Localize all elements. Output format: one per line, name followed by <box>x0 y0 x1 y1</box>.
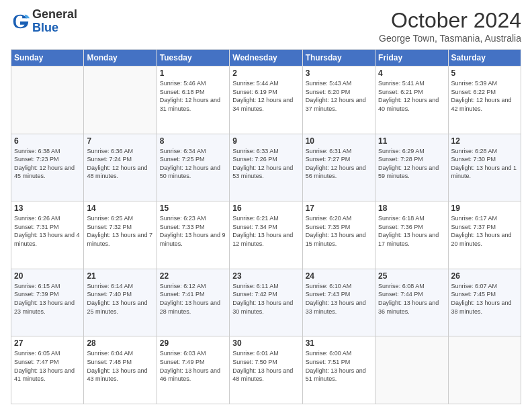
calendar-cell: 29Sunrise: 6:03 AMSunset: 7:49 PMDayligh… <box>157 336 229 404</box>
calendar-cell: 3Sunrise: 5:43 AMSunset: 6:20 PMDaylight… <box>302 66 375 134</box>
day-number: 8 <box>160 136 226 146</box>
month-title: October 2024 <box>379 8 521 33</box>
day-number: 16 <box>232 203 299 213</box>
logo-general-text: General <box>32 7 77 21</box>
day-info: Sunrise: 6:36 AMSunset: 7:24 PMDaylight:… <box>87 147 153 181</box>
calendar-cell: 2Sunrise: 5:44 AMSunset: 6:19 PMDaylight… <box>230 66 302 134</box>
logo-blue-text: Blue <box>32 21 58 34</box>
calendar-cell: 4Sunrise: 5:41 AMSunset: 6:21 PMDaylight… <box>375 66 448 134</box>
calendar-cell: 11Sunrise: 6:29 AMSunset: 7:28 PMDayligh… <box>375 134 448 201</box>
day-info: Sunrise: 6:28 AMSunset: 7:30 PMDaylight:… <box>451 147 518 181</box>
weekday-header-wednesday: Wednesday <box>230 50 302 66</box>
day-number: 24 <box>306 271 372 281</box>
calendar-cell: 30Sunrise: 6:01 AMSunset: 7:50 PMDayligh… <box>230 336 302 404</box>
day-info: Sunrise: 5:41 AMSunset: 6:21 PMDaylight:… <box>378 79 445 113</box>
day-number: 21 <box>87 271 153 281</box>
day-number: 31 <box>306 338 372 348</box>
calendar-cell: 8Sunrise: 6:34 AMSunset: 7:25 PMDaylight… <box>157 134 229 201</box>
day-info: Sunrise: 6:34 AMSunset: 7:25 PMDaylight:… <box>160 147 226 181</box>
day-info: Sunrise: 6:01 AMSunset: 7:50 PMDaylight:… <box>232 349 299 383</box>
calendar-cell: 21Sunrise: 6:14 AMSunset: 7:40 PMDayligh… <box>84 269 157 336</box>
calendar-cell: 14Sunrise: 6:25 AMSunset: 7:32 PMDayligh… <box>84 201 157 269</box>
day-number: 12 <box>451 136 518 146</box>
day-info: Sunrise: 5:39 AMSunset: 6:22 PMDaylight:… <box>451 79 518 113</box>
day-number: 28 <box>87 338 153 348</box>
location-title: George Town, Tasmania, Australia <box>379 33 521 44</box>
logo: General Blue <box>11 8 77 35</box>
day-info: Sunrise: 6:26 AMSunset: 7:31 PMDaylight:… <box>14 214 81 248</box>
day-number: 25 <box>378 271 445 281</box>
weekday-header-saturday: Saturday <box>448 50 521 66</box>
day-info: Sunrise: 6:08 AMSunset: 7:44 PMDaylight:… <box>378 282 445 316</box>
day-number: 20 <box>14 271 81 281</box>
calendar-cell: 18Sunrise: 6:18 AMSunset: 7:36 PMDayligh… <box>375 201 448 269</box>
day-info: Sunrise: 5:44 AMSunset: 6:19 PMDaylight:… <box>232 79 299 113</box>
page-header: General Blue October 2024 George Town, T… <box>11 8 521 44</box>
day-number: 29 <box>160 338 226 348</box>
calendar-cell: 17Sunrise: 6:20 AMSunset: 7:35 PMDayligh… <box>302 201 375 269</box>
day-number: 9 <box>232 136 299 146</box>
day-info: Sunrise: 5:46 AMSunset: 6:18 PMDaylight:… <box>160 79 226 113</box>
calendar-cell <box>11 66 84 134</box>
day-info: Sunrise: 6:04 AMSunset: 7:48 PMDaylight:… <box>87 349 153 383</box>
calendar-cell: 7Sunrise: 6:36 AMSunset: 7:24 PMDaylight… <box>84 134 157 201</box>
day-info: Sunrise: 6:21 AMSunset: 7:34 PMDaylight:… <box>232 214 299 248</box>
day-info: Sunrise: 6:17 AMSunset: 7:37 PMDaylight:… <box>451 214 518 248</box>
calendar-cell <box>375 336 448 404</box>
calendar-cell: 26Sunrise: 6:07 AMSunset: 7:45 PMDayligh… <box>448 269 521 336</box>
calendar-cell: 15Sunrise: 6:23 AMSunset: 7:33 PMDayligh… <box>157 201 229 269</box>
day-number: 13 <box>14 203 81 213</box>
calendar-cell: 31Sunrise: 6:00 AMSunset: 7:51 PMDayligh… <box>302 336 375 404</box>
day-info: Sunrise: 6:18 AMSunset: 7:36 PMDaylight:… <box>378 214 445 248</box>
day-number: 2 <box>232 68 299 78</box>
calendar-cell: 19Sunrise: 6:17 AMSunset: 7:37 PMDayligh… <box>448 201 521 269</box>
calendar-cell: 20Sunrise: 6:15 AMSunset: 7:39 PMDayligh… <box>11 269 84 336</box>
calendar-cell: 27Sunrise: 6:05 AMSunset: 7:47 PMDayligh… <box>11 336 84 404</box>
calendar-cell: 28Sunrise: 6:04 AMSunset: 7:48 PMDayligh… <box>84 336 157 404</box>
weekday-header-thursday: Thursday <box>302 50 375 66</box>
logo-icon <box>11 12 30 31</box>
calendar-cell: 1Sunrise: 5:46 AMSunset: 6:18 PMDaylight… <box>157 66 229 134</box>
day-number: 11 <box>378 136 445 146</box>
day-info: Sunrise: 6:00 AMSunset: 7:51 PMDaylight:… <box>306 349 372 383</box>
day-number: 23 <box>232 271 299 281</box>
day-number: 19 <box>451 203 518 213</box>
day-number: 18 <box>378 203 445 213</box>
day-number: 22 <box>160 271 226 281</box>
weekday-header-tuesday: Tuesday <box>157 50 229 66</box>
day-info: Sunrise: 6:33 AMSunset: 7:26 PMDaylight:… <box>232 147 299 181</box>
day-info: Sunrise: 6:14 AMSunset: 7:40 PMDaylight:… <box>87 282 153 316</box>
calendar-cell: 16Sunrise: 6:21 AMSunset: 7:34 PMDayligh… <box>230 201 302 269</box>
day-info: Sunrise: 6:05 AMSunset: 7:47 PMDaylight:… <box>14 349 81 383</box>
calendar-cell: 5Sunrise: 5:39 AMSunset: 6:22 PMDaylight… <box>448 66 521 134</box>
calendar-cell: 10Sunrise: 6:31 AMSunset: 7:27 PMDayligh… <box>302 134 375 201</box>
calendar-cell: 9Sunrise: 6:33 AMSunset: 7:26 PMDaylight… <box>230 134 302 201</box>
day-number: 17 <box>306 203 372 213</box>
calendar-cell: 13Sunrise: 6:26 AMSunset: 7:31 PMDayligh… <box>11 201 84 269</box>
day-info: Sunrise: 6:07 AMSunset: 7:45 PMDaylight:… <box>451 282 518 316</box>
calendar-cell: 22Sunrise: 6:12 AMSunset: 7:41 PMDayligh… <box>157 269 229 336</box>
day-number: 26 <box>451 271 518 281</box>
calendar-cell: 23Sunrise: 6:11 AMSunset: 7:42 PMDayligh… <box>230 269 302 336</box>
weekday-header-monday: Monday <box>84 50 157 66</box>
day-info: Sunrise: 6:29 AMSunset: 7:28 PMDaylight:… <box>378 147 445 181</box>
day-number: 3 <box>306 68 372 78</box>
calendar-cell <box>84 66 157 134</box>
calendar-cell <box>448 336 521 404</box>
day-info: Sunrise: 5:43 AMSunset: 6:20 PMDaylight:… <box>306 79 372 113</box>
day-info: Sunrise: 6:12 AMSunset: 7:41 PMDaylight:… <box>160 282 226 316</box>
day-info: Sunrise: 6:23 AMSunset: 7:33 PMDaylight:… <box>160 214 226 248</box>
day-info: Sunrise: 6:11 AMSunset: 7:42 PMDaylight:… <box>232 282 299 316</box>
day-number: 27 <box>14 338 81 348</box>
day-number: 6 <box>14 136 81 146</box>
day-number: 7 <box>87 136 153 146</box>
title-block: October 2024 George Town, Tasmania, Aust… <box>379 8 521 44</box>
day-number: 5 <box>451 68 518 78</box>
day-number: 14 <box>87 203 153 213</box>
calendar-table: SundayMondayTuesdayWednesdayThursdayFrid… <box>11 49 521 404</box>
weekday-header-friday: Friday <box>375 50 448 66</box>
calendar-cell: 6Sunrise: 6:38 AMSunset: 7:23 PMDaylight… <box>11 134 84 201</box>
day-info: Sunrise: 6:31 AMSunset: 7:27 PMDaylight:… <box>306 147 372 181</box>
calendar-cell: 25Sunrise: 6:08 AMSunset: 7:44 PMDayligh… <box>375 269 448 336</box>
day-info: Sunrise: 6:25 AMSunset: 7:32 PMDaylight:… <box>87 214 153 248</box>
